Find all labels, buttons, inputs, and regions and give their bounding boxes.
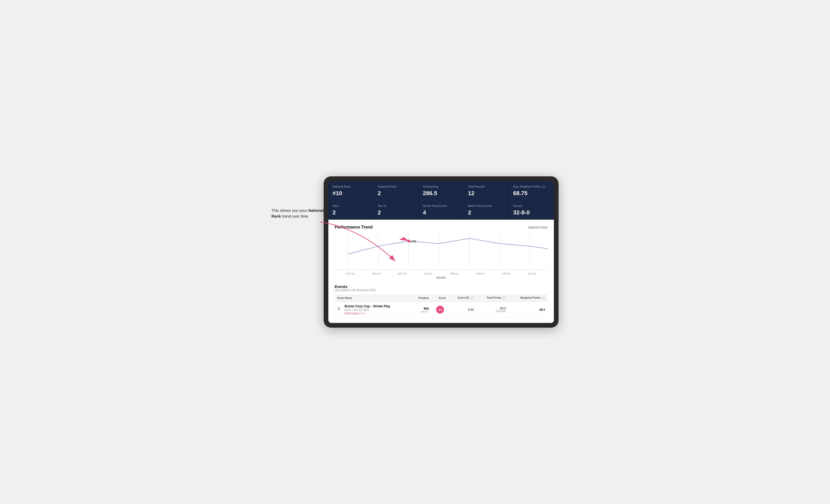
svg-text:#10: #10 — [411, 240, 416, 243]
performance-trend-section: Performance Trend National Rank — [334, 225, 548, 279]
stat-national-rank-label: National Rank — [332, 185, 369, 188]
stat-avg-weighted-points: Avg. Weighted Points i 68.75 — [509, 181, 554, 200]
stat-stroke-play-value: 4 — [423, 209, 459, 216]
stat-national-rank-value: #10 — [332, 190, 369, 197]
chart-label-right: National Rank — [528, 226, 548, 229]
event-sg-cell: 0.45 — [448, 302, 476, 318]
stats-row-2: Wins 2 Top 3s 2 Stroke Play Events 4 Mat… — [328, 200, 554, 220]
event-date: Oct 9 – Oct 10, 2023 — [345, 309, 390, 311]
chart-header: Performance Trend National Rank — [334, 225, 548, 230]
stat-match-play-value: 2 — [468, 209, 505, 216]
golf-icon: 🏌️ — [337, 307, 343, 312]
position-value: 6th — [414, 306, 429, 310]
stat-total-rounds: Total Rounds 12 — [464, 181, 509, 200]
stat-record-label: Record — [513, 204, 550, 208]
total-points-value: 28.3 — [479, 307, 506, 310]
stat-match-play-label: Match Play Events — [468, 204, 505, 208]
rank-impact: Rank Impact: 3 ▼ — [345, 312, 390, 315]
svg-point-11 — [409, 241, 411, 243]
events-section: Events Last updated: 24th November 2023 … — [334, 284, 548, 318]
stat-wins-label: Wins — [332, 204, 369, 208]
tablet-screen: National Rank #10 Regional Rank 2 Scorin… — [328, 181, 554, 323]
stat-top3s-value: 2 — [378, 209, 414, 216]
score-badge: -22 — [436, 306, 444, 313]
svg-point-8 — [407, 240, 410, 242]
chart-month-dec23: DEC 23 — [389, 272, 415, 275]
event-name: Buster Cozy Cup – Stroke Play — [345, 304, 390, 308]
col-weighted-points: Weighted Points i — [508, 294, 548, 302]
annotation-text: This shows you your National Rank trend … — [272, 208, 329, 220]
chart-month-oct23: OCT 23 — [337, 272, 363, 275]
weighted-points-value: 28.3 — [540, 308, 545, 311]
stat-wins-value: 2 — [332, 209, 369, 216]
rank-impact-arrow: ▼ — [363, 312, 365, 315]
chart-month-may24: MAY 24 — [519, 272, 545, 275]
stat-scoring-avg-label: Scoring Avg. — [423, 185, 459, 188]
events-title: Events — [334, 284, 548, 289]
position-cell: 6th out of 7 — [411, 302, 432, 318]
stat-total-rounds-value: 12 — [468, 190, 505, 197]
col-event-name: Event Name — [334, 294, 411, 302]
position-sub: out of 7 — [414, 310, 429, 313]
chart-month-apr24: APR 24 — [493, 272, 519, 275]
stat-top3s: Top 3s 2 — [374, 200, 418, 220]
performance-chart: #10 — [334, 233, 548, 270]
event-name-cell: 🏌️ Buster Cozy Cup – Stroke Play Oct 9 –… — [334, 302, 411, 318]
chart-title: Performance Trend — [334, 225, 373, 230]
col-total-points: Total Points i — [476, 294, 508, 302]
chart-month-nov23: NOV 23 — [363, 272, 389, 275]
col-position: Position — [411, 294, 432, 302]
stat-regional-rank-value: 2 — [378, 190, 414, 197]
chart-months-row: OCT 23 NOV 23 DEC 23 JAN 24 FEB 24 MAR 2… — [334, 271, 548, 275]
weighted-points-cell: 28.3 — [508, 302, 548, 318]
col-event-sg: Event SG i — [448, 294, 476, 302]
chart-x-title: Months — [334, 276, 548, 279]
events-table-body: 🏌️ Buster Cozy Cup – Stroke Play Oct 9 –… — [334, 302, 548, 318]
stat-scoring-avg: Scoring Avg. 286.5 — [419, 181, 464, 200]
info-icon-weighted[interactable]: i — [542, 185, 545, 188]
outer-wrapper: This shows you your National Rank trend … — [272, 176, 558, 328]
annotation-after: trend over time — [281, 214, 308, 219]
stat-total-rounds-label: Total Rounds — [468, 185, 505, 188]
stat-avg-weighted-value: 68.75 — [513, 190, 550, 197]
total-points-cell: 28.3 3 Rounds — [476, 302, 508, 318]
stat-regional-rank: Regional Rank 2 — [374, 181, 418, 200]
events-subtitle: Last updated: 24th November 2023 — [334, 289, 548, 292]
event-row-inner: 🏌️ Buster Cozy Cup – Stroke Play Oct 9 –… — [337, 304, 409, 315]
event-info: Buster Cozy Cup – Stroke Play Oct 9 – Oc… — [345, 304, 390, 315]
stat-avg-weighted-label: Avg. Weighted Points i — [513, 185, 550, 188]
rounds-text: 3 Rounds — [479, 310, 506, 312]
chart-svg: #10 — [334, 233, 548, 269]
stat-stroke-play: Stroke Play Events 4 — [419, 200, 464, 220]
svg-marker-9 — [400, 237, 409, 241]
stat-wins: Wins 2 — [328, 200, 373, 220]
stat-scoring-avg-value: 286.5 — [423, 190, 459, 197]
stat-match-play: Match Play Events 2 — [464, 200, 509, 220]
stat-regional-rank-label: Regional Rank — [378, 185, 414, 188]
table-row: 🏌️ Buster Cozy Cup – Stroke Play Oct 9 –… — [334, 302, 548, 318]
stat-stroke-play-label: Stroke Play Events — [423, 204, 459, 208]
events-header-row: Event Name Position Score Event SG i Tot… — [334, 294, 548, 302]
stat-record: Record 32-8-0 — [509, 200, 554, 220]
chart-month-feb24: FEB 24 — [441, 272, 467, 275]
stat-top3s-label: Top 3s — [378, 204, 414, 208]
chart-month-mar24: MAR 24 — [467, 272, 493, 275]
annotation-before: This shows you your — [272, 208, 308, 212]
tablet-device: National Rank #10 Regional Rank 2 Scorin… — [324, 176, 558, 328]
events-table-head: Event Name Position Score Event SG i Tot… — [334, 294, 548, 302]
stat-national-rank: National Rank #10 — [328, 181, 373, 200]
stat-record-value: 32-8-0 — [513, 209, 550, 216]
col-score: Score — [432, 294, 449, 302]
score-cell: -22 — [432, 302, 449, 318]
info-icon-event-sg[interactable]: i — [471, 296, 474, 300]
chart-month-jan24: JAN 24 — [415, 272, 441, 275]
info-icon-total-points[interactable]: i — [503, 296, 506, 300]
info-icon-weighted-points[interactable]: i — [542, 296, 545, 300]
events-table: Event Name Position Score Event SG i Tot… — [334, 294, 548, 318]
stats-row-1: National Rank #10 Regional Rank 2 Scorin… — [328, 181, 554, 200]
main-content: Performance Trend National Rank — [328, 220, 554, 323]
